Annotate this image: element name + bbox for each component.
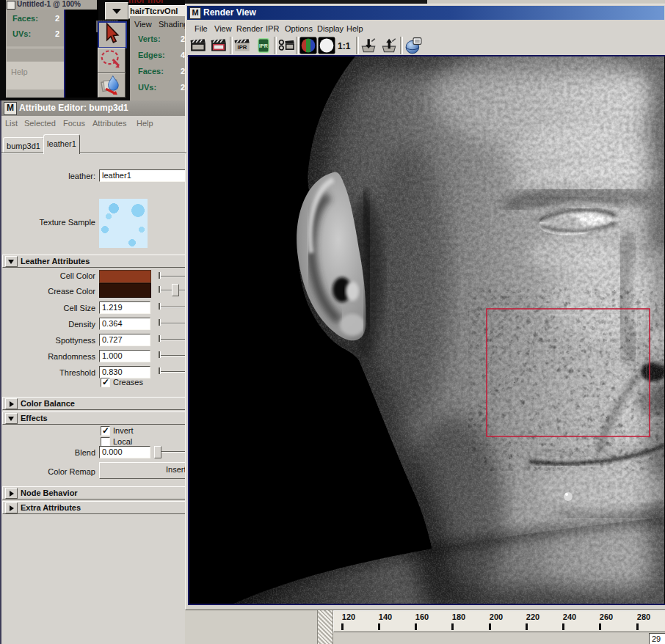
menu-list[interactable]: List xyxy=(5,119,18,128)
randomness-label: Randomness xyxy=(16,352,95,361)
menu-file[interactable]: File xyxy=(195,24,208,33)
snapshot-button[interactable] xyxy=(278,37,296,54)
help-label[interactable]: Help xyxy=(11,67,28,76)
show-alpha-channel-button[interactable] xyxy=(318,37,335,54)
spottyness-field[interactable]: 0.727 xyxy=(99,334,150,346)
ruler-tick xyxy=(378,623,380,630)
paint-droplet-icon xyxy=(98,73,123,95)
menu-focus[interactable]: Focus xyxy=(63,119,85,128)
menu-shading[interactable]: Shading xyxy=(159,20,185,29)
crease-color-slider-handle[interactable] xyxy=(172,284,179,296)
blend-slider[interactable] xyxy=(160,451,185,453)
render-view-titlebar[interactable]: M Render View xyxy=(187,6,664,20)
timeline-drag-gutter[interactable] xyxy=(317,610,333,644)
redo-previous-render-button[interactable] xyxy=(211,37,228,54)
keep-image-button[interactable] xyxy=(360,37,377,54)
remove-image-button[interactable] xyxy=(380,37,398,54)
blend-field[interactable]: 0.000 xyxy=(99,446,150,458)
invert-checkbox[interactable] xyxy=(101,426,110,436)
density-label: Density xyxy=(16,320,95,329)
chevron-down-icon xyxy=(112,9,121,14)
menu-help[interactable]: Help xyxy=(137,119,153,128)
density-field[interactable]: 0.364 xyxy=(99,318,150,330)
current-frame-field[interactable]: 29 xyxy=(649,633,665,644)
hud-label: Edges: xyxy=(138,51,165,59)
menu-display[interactable]: Display xyxy=(317,24,344,33)
menu-selected[interactable]: Selected xyxy=(24,119,56,128)
blend-slider-handle[interactable] xyxy=(154,446,161,458)
menu-options[interactable]: Options xyxy=(285,24,313,33)
select-tool-button[interactable] xyxy=(98,21,127,48)
section-node-behavior[interactable]: Node Behavior xyxy=(2,486,186,500)
collapse-button[interactable] xyxy=(5,256,18,267)
expand-button[interactable] xyxy=(5,398,18,409)
expand-button[interactable] xyxy=(5,488,18,499)
maya-desktop: Untitled-1 @ 100% Faces: 2 UVs: 2 Help m… xyxy=(0,0,665,644)
clapperboard-ipr-icon: IPR xyxy=(234,37,252,54)
density-slider[interactable] xyxy=(160,323,185,324)
real-size-button[interactable]: 1:1 xyxy=(336,37,355,54)
hud-label: UVs: xyxy=(138,83,156,92)
redo-previous-ipr-button[interactable]: IPR xyxy=(255,37,272,54)
menu-attributes[interactable]: Attributes xyxy=(92,119,126,128)
render-image-area[interactable] xyxy=(188,55,665,605)
shelf-tab-arrow-button[interactable] xyxy=(105,2,128,20)
maya-icon: M xyxy=(4,102,17,115)
texture-sample-swatch[interactable] xyxy=(99,199,148,248)
mini-window-title: Untitled-1 @ 100% xyxy=(17,0,81,8)
cell-size-field[interactable]: 1.219 xyxy=(99,301,150,314)
section-leather-attributes[interactable]: Leather Attributes xyxy=(2,255,186,268)
render-globals-button[interactable] xyxy=(404,37,422,54)
blend-label: Blend xyxy=(16,448,95,457)
randomness-slider[interactable] xyxy=(160,355,185,356)
spottyness-slider[interactable] xyxy=(160,339,185,340)
shelf-button-row1[interactable]: mor mor xyxy=(128,0,185,5)
collapse-button[interactable] xyxy=(5,413,18,424)
alpha-channel-icon xyxy=(318,37,335,54)
expand-button[interactable] xyxy=(5,502,18,513)
color-remap-insert-button[interactable]: Insert xyxy=(99,462,186,479)
menu-help[interactable]: Help xyxy=(346,24,363,33)
cell-size-slider[interactable] xyxy=(160,307,185,308)
section-color-balance[interactable]: Color Balance xyxy=(2,397,186,410)
show-rgb-channels-button[interactable] xyxy=(299,37,317,54)
slider-cap xyxy=(159,303,161,310)
ipr-render-button[interactable]: IPR xyxy=(234,37,252,54)
ruler-tick xyxy=(489,623,491,630)
section-title: Effects xyxy=(21,414,48,422)
hud-label: Faces: xyxy=(138,67,164,76)
time-slider-ruler[interactable]: 120 140 160 180 200 220 240 260 280 xyxy=(333,610,665,632)
toolbar-separator xyxy=(356,37,359,54)
attribute-editor-titlebar[interactable]: M Attribute Editor: bump3d1 xyxy=(1,100,186,116)
section-effects[interactable]: Effects xyxy=(2,411,186,425)
hud-value: 2 xyxy=(55,29,59,38)
tab-leather1[interactable]: leather1 xyxy=(43,134,80,154)
menu-view[interactable]: View xyxy=(214,24,232,33)
lasso-tool-button[interactable] xyxy=(98,48,126,73)
menu-render[interactable]: Render xyxy=(236,24,263,33)
rendered-face-image xyxy=(189,56,664,604)
mini-window-titlebar[interactable]: Untitled-1 @ 100% xyxy=(6,0,97,10)
threshold-slider[interactable] xyxy=(160,371,185,373)
invert-checkbox-label: Invert xyxy=(113,426,134,435)
slider-cap xyxy=(159,319,161,326)
cell-color-swatch[interactable] xyxy=(99,270,151,283)
leather-name-field[interactable]: leather1 xyxy=(99,169,186,182)
crease-color-swatch[interactable] xyxy=(99,283,151,298)
render-current-frame-button[interactable] xyxy=(190,37,208,54)
section-title: Leather Attributes xyxy=(21,257,90,266)
menu-view[interactable]: View xyxy=(134,20,152,29)
cell-color-slider[interactable] xyxy=(160,276,185,277)
menu-ipr[interactable]: IPR xyxy=(266,24,279,33)
section-extra-attributes[interactable]: Extra Attributes xyxy=(2,501,186,514)
threshold-label: Threshold xyxy=(16,368,95,377)
render-globals-sphere-icon xyxy=(404,37,422,54)
paint-select-tool-button[interactable] xyxy=(98,73,126,98)
ruler-tick xyxy=(636,623,639,630)
tab-bump3d1[interactable]: bump3d1 xyxy=(3,137,44,154)
slider-cap xyxy=(159,351,161,358)
mini-hud-panel: Faces: 2 UVs: 2 xyxy=(7,10,64,46)
svg-text:IPR: IPR xyxy=(259,43,268,49)
creases-checkbox[interactable] xyxy=(101,378,110,387)
randomness-field[interactable]: 1.000 xyxy=(99,350,150,362)
